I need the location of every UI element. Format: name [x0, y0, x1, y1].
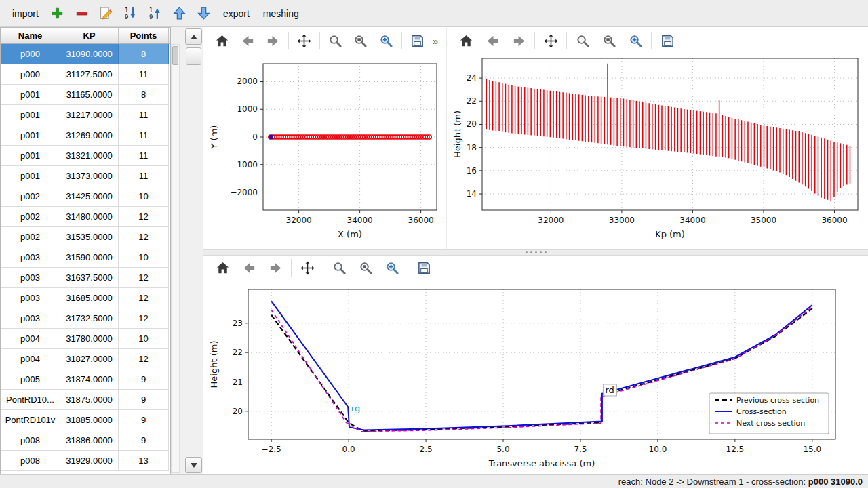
scroll-up-button[interactable] [185, 28, 202, 45]
home-button[interactable] [212, 258, 233, 278]
forward-button[interactable] [262, 30, 283, 51]
table-row[interactable]: p00031127.500011 [1, 64, 170, 85]
home-button[interactable] [212, 30, 233, 51]
table-cell: 11 [119, 166, 169, 186]
svg-text:22: 22 [233, 348, 243, 357]
table-row[interactable]: p00231535.000012 [1, 227, 170, 247]
zoom-button[interactable] [325, 30, 346, 51]
table-cell: 31886.0000 [60, 430, 119, 451]
table-row[interactable]: p00131321.000011 [1, 146, 170, 166]
table-row[interactable]: p00131269.000011 [1, 125, 170, 146]
svg-text:18: 18 [467, 143, 477, 152]
table-row[interactable]: p00231480.000012 [1, 207, 170, 227]
forward-button[interactable] [264, 258, 286, 278]
table-row[interactable]: p00331685.000012 [1, 288, 170, 308]
customize-button[interactable] [376, 30, 397, 51]
svg-text:−2.5: −2.5 [262, 445, 281, 454]
svg-text:Cross-section: Cross-section [736, 407, 787, 416]
profile-plot-canvas[interactable]: 3200033000340003500036000141618202224Kp … [447, 54, 868, 249]
forward-button[interactable] [508, 30, 530, 51]
column-header-points[interactable]: Points [119, 28, 169, 43]
application-window: import 19 19 export meshing Name KP [0, 0, 868, 488]
zoom-button[interactable] [572, 30, 593, 51]
trace-plot-canvas[interactable]: 320003400036000−2000−1000010002000X (m)Y… [203, 54, 446, 249]
up-arrow-icon [172, 6, 186, 20]
table-row[interactable]: p00331590.000010 [1, 247, 170, 268]
pan-button[interactable] [294, 30, 315, 51]
status-bar: reach: Node 2 -> Downstream 1 - cross-se… [0, 474, 868, 488]
edit-cross-section-button[interactable] [97, 4, 116, 23]
sort-descending-icon: 19 [123, 6, 138, 20]
back-button[interactable] [237, 30, 258, 51]
configure-subplots-button[interactable] [351, 30, 372, 51]
toolbar-overflow-button[interactable]: » [433, 35, 438, 47]
table-row[interactable]: p00331732.500012 [1, 308, 170, 329]
table-row[interactable]: PontRD101v31885.00009 [1, 410, 170, 430]
cross-sections-table[interactable]: Name KP Points p00031090.00008p00031127.… [0, 27, 171, 474]
pan-button[interactable] [296, 258, 318, 278]
table-row[interactable]: p00131373.000011 [1, 166, 170, 186]
save-button[interactable] [407, 30, 428, 51]
svg-text:−1000: −1000 [230, 160, 258, 169]
svg-text:rd: rd [605, 385, 614, 395]
table-row[interactable]: PontRD10...31875.00009 [1, 390, 170, 410]
back-button[interactable] [481, 30, 503, 51]
pan-button[interactable] [540, 30, 561, 51]
panel-scrollbar[interactable] [185, 27, 202, 474]
table-row[interactable]: p00531874.00009 [1, 369, 170, 390]
table-cell: 31929.0000 [60, 451, 119, 471]
table-row[interactable]: p00031090.00008 [1, 44, 170, 64]
table-row[interactable]: p00331637.500012 [1, 268, 170, 288]
table-row[interactable]: p00231425.000010 [1, 186, 170, 207]
table-row[interactable]: p00831929.000013 [1, 451, 170, 471]
customize-button[interactable] [625, 30, 646, 51]
zoom-button[interactable] [328, 258, 350, 278]
table-row[interactable]: p00431827.000012 [1, 349, 170, 369]
svg-text:10.0: 10.0 [649, 445, 667, 454]
table-cell: p008 [1, 430, 60, 451]
column-header-kp[interactable]: KP [60, 28, 119, 43]
table-cell: p000 [1, 44, 60, 64]
back-button[interactable] [238, 258, 260, 278]
table-cell: 31321.0000 [60, 146, 119, 166]
horizontal-splitter[interactable] [203, 249, 868, 256]
meshing-button[interactable]: meshing [259, 5, 303, 22]
move-up-button[interactable] [170, 4, 189, 23]
scroll-down-button[interactable] [185, 457, 202, 473]
move-down-button[interactable] [195, 4, 214, 23]
table-cell: 31590.0000 [60, 247, 119, 268]
remove-cross-section-button[interactable] [73, 4, 92, 23]
add-cross-section-button[interactable] [48, 4, 67, 23]
table-row[interactable]: p00831886.00009 [1, 430, 170, 451]
table-row[interactable]: p00131217.000011 [1, 105, 170, 125]
customize-button[interactable] [381, 258, 403, 278]
forward-icon [268, 260, 283, 276]
table-cell: 11 [119, 64, 169, 85]
import-button[interactable]: import [8, 5, 43, 22]
home-icon [214, 33, 230, 49]
svg-text:2000: 2000 [237, 77, 258, 86]
table-cell: 11 [119, 105, 169, 125]
table-row[interactable]: p00431780.000010 [1, 329, 170, 349]
save-button[interactable] [413, 258, 435, 278]
sort-ascending-button[interactable]: 19 [146, 4, 165, 23]
table-row[interactable]: p00131165.00008 [1, 85, 170, 105]
table-cell: 12 [119, 288, 169, 308]
table-cell: 31269.0000 [60, 125, 119, 146]
table-cell: 8 [119, 85, 169, 105]
panel-scrollbar-thumb[interactable] [186, 47, 201, 65]
table-cell: 31480.0000 [60, 207, 119, 227]
sort-descending-button[interactable]: 19 [121, 4, 140, 23]
configure-subplots-button[interactable] [598, 30, 620, 51]
table-scrollbar-thumb[interactable] [172, 46, 178, 65]
configure-subplots-button[interactable] [355, 258, 376, 278]
export-button[interactable]: export [219, 5, 254, 22]
table-cell: 11 [119, 125, 169, 146]
home-button[interactable] [455, 30, 477, 51]
save-button[interactable] [656, 30, 678, 51]
table-cell: 9 [119, 390, 169, 410]
table-cell: p001 [1, 85, 60, 105]
cross-section-plot-canvas[interactable]: rgrd−2.50.02.55.07.510.012.515.020212223… [203, 280, 868, 474]
table-scrollbar[interactable] [171, 44, 180, 473]
column-header-name[interactable]: Name [1, 28, 60, 43]
